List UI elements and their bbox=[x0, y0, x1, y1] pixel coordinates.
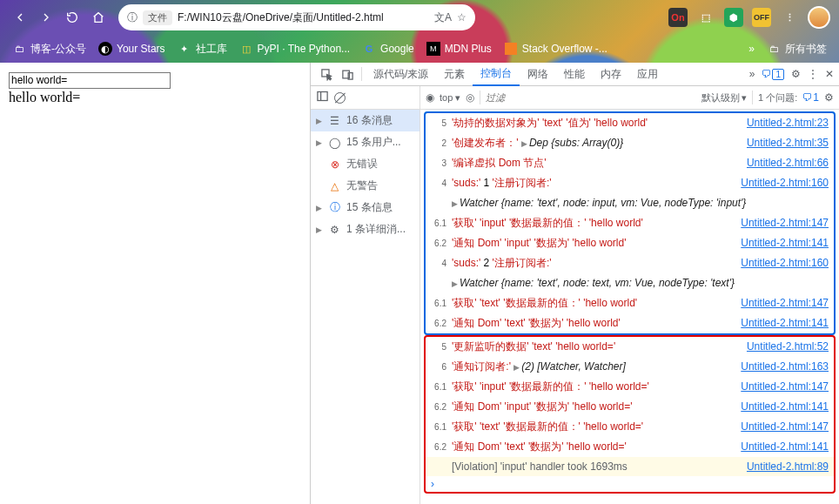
source-link[interactable]: Untitled-2.html:35 bbox=[747, 135, 829, 151]
source-link[interactable]: Untitled-2.html:89 bbox=[747, 459, 829, 474]
sidebar-toggle-icon[interactable] bbox=[316, 90, 329, 105]
console-row[interactable]: 6.2'通知 Dom' 'input' '数据为' 'hello world='… bbox=[426, 397, 834, 417]
sidebar-item[interactable]: ▶◯15 条用户... bbox=[311, 131, 420, 153]
console-row[interactable]: 6.2'通知 Dom' 'text' '数据为' 'hello world'Un… bbox=[426, 313, 834, 333]
source-link[interactable]: Untitled-2.html:147 bbox=[741, 295, 829, 311]
log-message: '通知订阅者:' ▶(2) [Watcher, Watcher] bbox=[452, 359, 732, 375]
sidebar-all-messages[interactable]: ▶ ☰ 16 条消息 bbox=[311, 110, 420, 131]
devtools-tab[interactable]: 网络 bbox=[520, 63, 556, 86]
console-row[interactable]: 4'suds:' 2 '注册订阅者:'Untitled-2.html:160 bbox=[426, 253, 834, 273]
bookmarks-overflow-icon[interactable]: » bbox=[748, 43, 755, 55]
forward-button[interactable] bbox=[35, 6, 57, 29]
eye-icon[interactable]: ◎ bbox=[466, 91, 474, 104]
source-link[interactable]: Untitled-2.html:147 bbox=[741, 215, 829, 231]
ext-icon-3[interactable]: ⬢ bbox=[724, 8, 743, 27]
all-bookmarks-button[interactable]: 🗀所有书签 bbox=[767, 42, 827, 57]
devtools-tab[interactable]: 应用 bbox=[629, 63, 666, 86]
ext-icon-2[interactable]: ⬚ bbox=[696, 8, 715, 27]
device-toggle-icon[interactable] bbox=[337, 68, 358, 81]
bookmark-star-icon[interactable]: ☆ bbox=[457, 11, 466, 24]
filter-input[interactable] bbox=[486, 92, 696, 103]
console-input[interactable] bbox=[438, 478, 829, 490]
back-button[interactable] bbox=[9, 6, 31, 29]
live-expression-icon[interactable]: ◉ bbox=[426, 91, 434, 104]
console-prompt[interactable]: › bbox=[426, 476, 834, 492]
devtools-tab[interactable]: 源代码/来源 bbox=[366, 63, 436, 86]
more-tabs-icon[interactable]: » bbox=[749, 68, 755, 80]
bookmark-item[interactable]: Stack Overflow -... bbox=[504, 42, 607, 56]
page-text-input[interactable] bbox=[9, 72, 171, 89]
console-row[interactable]: ▶Watcher {name: 'text', node: text, vm: … bbox=[426, 273, 834, 293]
console-log-list[interactable]: 5'劫持的数据对象为' 'text' '值为' 'hello world'Unt… bbox=[420, 110, 839, 504]
source-link[interactable]: Untitled-2.html:141 bbox=[741, 235, 829, 251]
kebab-menu-icon[interactable]: ⋮ bbox=[808, 68, 818, 80]
sidebar-item[interactable]: ▶ⓘ15 条信息 bbox=[311, 197, 420, 218]
address-bar[interactable]: ⓘ 文件 F:/WIN10云盘/OneDrive/桌面/Untitled-2.h… bbox=[118, 4, 475, 30]
source-link[interactable]: Untitled-2.html:147 bbox=[741, 419, 829, 434]
info-icon[interactable]: ⓘ bbox=[127, 10, 138, 25]
console-row[interactable]: 5'劫持的数据对象为' 'text' '值为' 'hello world'Unt… bbox=[426, 113, 834, 133]
log-message: '更新监听的数据' 'text' 'hello world=' bbox=[452, 339, 738, 354]
console-row[interactable]: 6.1'获取' 'text' '数据最新的值：' 'hello world='U… bbox=[426, 417, 834, 437]
devtools-panel: 源代码/来源元素控制台网络性能内存应用 » 🗩1 ⚙ ⋮ ✕ ▶ ☰ 16 条消… bbox=[310, 63, 839, 504]
console-row[interactable]: 6.2'通知 Dom' 'input' '数据为' 'hello world'U… bbox=[426, 233, 834, 253]
sidebar-item[interactable]: ▶⚙1 条详细消... bbox=[311, 218, 420, 240]
source-link[interactable]: Untitled-2.html:66 bbox=[747, 155, 829, 171]
console-row[interactable]: 6.1'获取' 'input' '数据最新的值：' 'hello world='… bbox=[426, 377, 834, 397]
reload-button[interactable] bbox=[61, 6, 84, 29]
inspect-icon[interactable] bbox=[316, 68, 337, 81]
bookmark-item[interactable]: ✦社工库 bbox=[178, 42, 227, 57]
console-row[interactable]: 6.1'获取' 'text' '数据最新的值：' 'hello world'Un… bbox=[426, 293, 834, 313]
profile-avatar[interactable] bbox=[808, 6, 830, 29]
bookmark-item[interactable]: ◫PyPI · The Python... bbox=[239, 42, 351, 56]
sidebar-item[interactable]: ⊗无错误 bbox=[311, 153, 420, 175]
clear-console-icon[interactable] bbox=[334, 92, 346, 104]
expand-icon: ▶ bbox=[316, 225, 323, 234]
bookmark-item[interactable]: 🗀博客-公众号 bbox=[12, 42, 86, 57]
console-row[interactable]: 6.2'通知 Dom' 'text' '数据为' 'hello world='U… bbox=[426, 437, 834, 457]
sidebar-label: 无警告 bbox=[346, 178, 378, 193]
bookmark-item[interactable]: GGoogle bbox=[362, 42, 414, 56]
issues-icon[interactable]: 🗩1 bbox=[762, 68, 784, 80]
sidebar-item[interactable]: △无警告 bbox=[311, 175, 420, 197]
bookmark-item[interactable]: ◐Your Stars bbox=[98, 42, 165, 56]
context-selector[interactable]: top ▾ bbox=[440, 92, 460, 104]
log-message: '通知 Dom' 'input' '数据为' 'hello world' bbox=[452, 235, 732, 251]
ext-icon-1[interactable]: On bbox=[668, 8, 688, 27]
console-row[interactable]: 3'编译虚拟 Dom 节点'Untitled-2.html:66 bbox=[426, 153, 834, 173]
console-row[interactable]: 6'通知订阅者:' ▶(2) [Watcher, Watcher]Untitle… bbox=[426, 357, 834, 377]
console-row[interactable]: ▶Watcher {name: 'text', node: input, vm:… bbox=[426, 193, 834, 213]
source-link[interactable]: Untitled-2.html:160 bbox=[741, 255, 829, 271]
line-number bbox=[433, 275, 452, 276]
console-row[interactable]: [Violation] 'input' handler took 1693msU… bbox=[426, 457, 834, 476]
devtools-tab[interactable]: 性能 bbox=[556, 63, 593, 86]
source-link[interactable]: Untitled-2.html:141 bbox=[741, 315, 829, 331]
translate-icon[interactable]: 文A bbox=[434, 10, 452, 25]
source-link[interactable]: Untitled-2.html:141 bbox=[741, 439, 829, 454]
bookmark-item[interactable]: MMDN Plus bbox=[426, 42, 492, 56]
source-link[interactable]: Untitled-2.html:23 bbox=[747, 115, 829, 131]
console-row[interactable]: 5'更新监听的数据' 'text' 'hello world='Untitled… bbox=[426, 337, 834, 357]
issues-icon[interactable]: 🗩1 bbox=[802, 91, 819, 104]
log-level-selector[interactable]: 默认级别 ▾ bbox=[701, 91, 747, 104]
source-link[interactable]: Untitled-2.html:147 bbox=[741, 379, 829, 394]
line-number: 3 bbox=[433, 155, 452, 171]
home-button[interactable] bbox=[87, 6, 110, 29]
source-link[interactable]: Untitled-2.html:160 bbox=[741, 175, 829, 191]
devtools-tab[interactable]: 内存 bbox=[593, 63, 629, 86]
close-devtools-icon[interactable]: ✕ bbox=[825, 68, 834, 80]
source-link[interactable]: Untitled-2.html:163 bbox=[741, 359, 829, 374]
settings-gear-icon[interactable]: ⚙ bbox=[824, 91, 834, 104]
console-row[interactable]: 6.1'获取' 'input' '数据最新的值：' 'hello world'U… bbox=[426, 213, 834, 233]
source-link[interactable]: Untitled-2.html:52 bbox=[747, 339, 829, 354]
ext-icon-4[interactable]: OFF bbox=[752, 8, 771, 27]
bookmark-label: PyPI · The Python... bbox=[258, 43, 351, 55]
source-link[interactable]: Untitled-2.html:141 bbox=[741, 399, 829, 414]
console-row[interactable]: 2'创建发布者：' ▶Dep {subs: Array(0)}Untitled-… bbox=[426, 133, 834, 153]
devtools-tab[interactable]: 控制台 bbox=[473, 63, 520, 86]
list-icon: ☰ bbox=[328, 114, 341, 127]
console-row[interactable]: 4'suds:' 1 '注册订阅者:'Untitled-2.html:160 bbox=[426, 173, 834, 193]
settings-gear-icon[interactable]: ⚙ bbox=[791, 68, 801, 80]
extensions-menu-icon[interactable]: ⋮ bbox=[780, 8, 799, 27]
devtools-tab[interactable]: 元素 bbox=[436, 63, 473, 86]
